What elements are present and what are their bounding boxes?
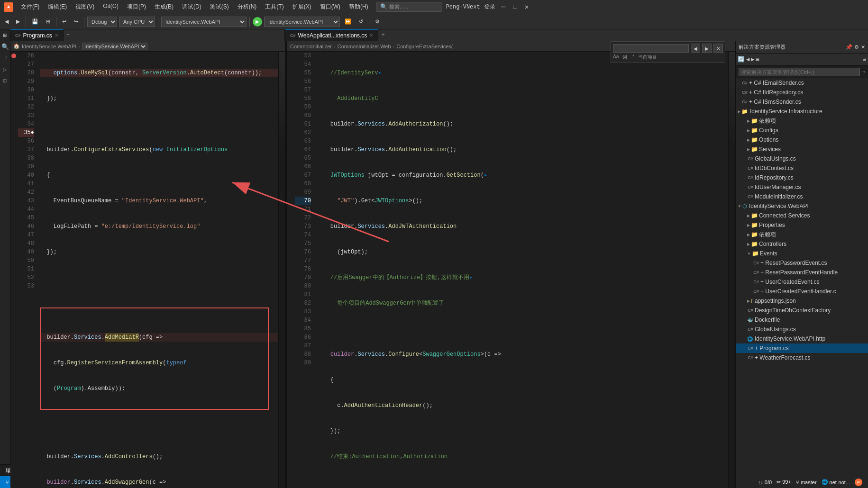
tree-item-moduleinit[interactable]: C# ModuleInitializer.cs [736, 192, 868, 201]
find-next[interactable]: ▶ [702, 44, 712, 53]
project-select[interactable]: IdentityService.WebAPI [161, 17, 247, 27]
tree-item-idrepo[interactable]: C# IdRepository.cs [736, 173, 868, 182]
find-option-aa[interactable]: Aa [613, 54, 619, 61]
toolbar-back[interactable]: ◀ [2, 18, 11, 26]
window-close[interactable]: ✕ [523, 3, 530, 11]
menu-edit[interactable]: 编辑(E) [44, 1, 71, 12]
left-method-select[interactable]: IdentityService.WebAPI [82, 43, 147, 50]
sol-filter-icon[interactable]: ⊟ [863, 56, 866, 63]
tree-item-infra[interactable]: ▶ 📁 IdentityService.Infrastructure [736, 107, 868, 116]
status-branch-right[interactable]: ⑂ master [794, 479, 819, 486]
toolbar-saveall[interactable]: ⊞ [43, 18, 53, 26]
find-prev[interactable]: ◀ [691, 44, 700, 53]
activity-extensions[interactable]: ⊡ [1, 77, 9, 85]
cpu-select[interactable]: Any CPU [119, 17, 155, 27]
tree-item-program-cs[interactable]: C# + Program.cs [736, 343, 868, 353]
window-minimize[interactable]: — [499, 3, 508, 11]
toolbar-settings[interactable]: ⚙ [372, 18, 383, 26]
tree-item-weatherforecast[interactable]: C# + WeatherForecast.cs [736, 353, 868, 362]
menu-git[interactable]: Git(G) [99, 1, 122, 12]
tab-close-program[interactable]: ✕ [55, 33, 58, 38]
tree-item-properties[interactable]: ▶ 📁 Properties [736, 220, 868, 230]
status-user-icon[interactable]: P [853, 479, 864, 486]
tree-item-events[interactable]: ▼ 📁 Events [736, 249, 868, 258]
menu-analyze[interactable]: 分析(N) [234, 1, 261, 12]
activity-search[interactable]: 🔍 [1, 43, 9, 51]
solution-tree[interactable]: C# + C# IEmailSender.cs C# + C# IIdRepos… [736, 78, 868, 488]
tree-item-resetpwdevent[interactable]: C# + ResetPasswordEvent.cs [736, 258, 868, 268]
tab-webappext-cs[interactable]: C# WebApplicati...xtensions.cs ✕ [285, 29, 378, 41]
right-code-container[interactable]: //IdentityServ▸ AddIdentityC builder.Ser… [315, 52, 728, 488]
status-net[interactable]: 🌐 net-not... [820, 479, 852, 486]
status-line-left[interactable]: ↑↓ 0/0 [756, 479, 774, 486]
activity-explorer[interactable]: ⊞ [1, 31, 9, 40]
menu-test[interactable]: 测试(S) [206, 1, 233, 12]
run-target-select[interactable]: IdentityService.WebAPI [264, 17, 340, 27]
tree-item-iddbctx[interactable]: C# IdDbContext.cs [736, 163, 868, 173]
right-minimap[interactable] [728, 52, 735, 488]
menu-extensions[interactable]: 扩展(X) [289, 1, 315, 12]
tree-item-webapi-project[interactable]: ▼ ⬡ IdentityService.WebAPI [736, 201, 868, 211]
tree-item-idusermgr[interactable]: C# IdUserManager.cs [736, 182, 868, 192]
sol-fwd-icon[interactable]: ▶ [751, 56, 754, 63]
toolbar-redo[interactable]: ↪ [71, 18, 81, 26]
tree-item-connected[interactable]: ▶ 📁 Connected Services [736, 211, 868, 220]
menu-project[interactable]: 项目(P) [123, 1, 150, 12]
menu-file[interactable]: 文件(F) [17, 1, 43, 12]
toolbar-save[interactable]: 💾 [29, 18, 41, 26]
find-option-word[interactable]: 词 [622, 54, 627, 61]
sol-toolbar-pin[interactable]: 📌 [846, 44, 852, 50]
sol-toolbar-close[interactable]: ✕ [861, 44, 865, 50]
menu-build[interactable]: 生成(B) [151, 1, 177, 12]
left-minimap[interactable] [278, 52, 285, 488]
run-button[interactable]: ▶ [253, 17, 262, 27]
tree-item-resetpwdhandler[interactable]: C# + ResetPasswordEventHandle [736, 268, 868, 277]
activity-debug[interactable]: ▷ [1, 65, 9, 74]
tree-item-usercreatedhandler[interactable]: C# + UserCreatedEventHandler.c [736, 287, 868, 296]
tree-item-controllers[interactable]: ▶ 📁 Controllers [736, 239, 868, 249]
tree-item-globalusings2[interactable]: C# GlobalUsings.cs [736, 325, 868, 334]
left-editor-content[interactable]: 2627282930 31323334 35● 3637383940 41424… [10, 52, 285, 488]
menu-debug[interactable]: 调试(D) [178, 1, 205, 12]
menu-help[interactable]: 帮助(H) [345, 1, 372, 12]
search-go-icon[interactable]: → [862, 69, 865, 75]
tree-item-deps1[interactable]: ▶ 📁 依赖项 [736, 116, 868, 126]
find-option-regex[interactable]: .* [631, 54, 634, 61]
status-indent[interactable]: ✏ 99+ [775, 479, 793, 486]
titlebar-login[interactable]: 登录 [484, 3, 495, 11]
tab-close-webappext[interactable]: ✕ [369, 33, 373, 38]
sol-sync-icon[interactable]: 🔄 [738, 56, 745, 63]
tree-item-options[interactable]: ▶ 📁 Options [736, 135, 868, 145]
find-close[interactable]: ✕ [713, 44, 723, 53]
menu-view[interactable]: 视图(V) [72, 1, 98, 12]
tab-add-right[interactable]: + [378, 29, 387, 41]
menu-window[interactable]: 窗口(W) [316, 1, 344, 12]
tab-program-cs[interactable]: C# Program.cs ✕ [10, 29, 64, 41]
toolbar-undo[interactable]: ↩ [59, 18, 69, 26]
tab-add-left[interactable]: + [64, 29, 73, 41]
tree-item-isms[interactable]: C# + C# ISmsSender.cs [736, 97, 868, 107]
left-code-container[interactable]: options.UseMySql(connstr, ServerVersion.… [38, 52, 278, 488]
tree-item-appsettings[interactable]: ▶ {} appsettings.json [736, 296, 868, 306]
solution-search-input[interactable] [739, 68, 860, 76]
tree-item-deps2[interactable]: ▶ 📁 依赖项 [736, 230, 868, 239]
tree-item-configs[interactable]: ▶ 📁 Configs [736, 126, 868, 135]
tree-item-iemail[interactable]: C# + C# IEmailSender.cs [736, 78, 868, 88]
toolbar-forward[interactable]: ▶ [13, 18, 23, 26]
find-option-current[interactable]: 当前项目 [638, 54, 657, 61]
window-maximize[interactable]: □ [511, 3, 519, 11]
sol-toolbar-settings[interactable]: ⚙ [854, 44, 859, 50]
right-editor-content[interactable]: 5354555657 5859606162 6364656667 6869 70… [287, 52, 735, 488]
tree-item-httpfile[interactable]: 🌐 IdentityService.WebAPI.http [736, 334, 868, 343]
find-input[interactable] [613, 44, 689, 53]
toolbar-attach[interactable]: ⏩ [342, 18, 354, 26]
menu-tools[interactable]: 工具(T) [261, 1, 287, 12]
tree-item-dockerfile[interactable]: 🐳 Dockerfile [736, 315, 868, 325]
tree-item-dbtxfactory[interactable]: C# DesignTimeDbContextFactory [736, 306, 868, 315]
tree-item-services[interactable]: ▶ 📁 Services [736, 145, 868, 154]
debug-config-select[interactable]: Debug [87, 17, 117, 27]
tree-item-iidrepo[interactable]: C# + C# IIdRepository.cs [736, 88, 868, 97]
tree-item-usercreated[interactable]: C# + UserCreatedEvent.cs [736, 277, 868, 287]
tree-item-globalusings1[interactable]: C# GlobalUsings.cs [736, 154, 868, 163]
activity-git[interactable]: ⑂ [1, 54, 9, 63]
